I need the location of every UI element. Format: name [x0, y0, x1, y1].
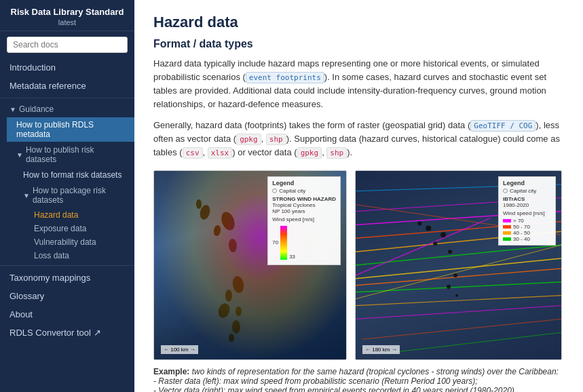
shp-code2: shp — [326, 147, 347, 159]
svg-point-20 — [417, 221, 421, 225]
raster-legend-city: ⬡ Capital city — [272, 188, 336, 194]
raster-legend-colorbar-row: 70 33 — [272, 224, 336, 262]
raster-legend: Legend ⬡ Capital city STRONG WIND HAZARD… — [267, 176, 341, 265]
nav-divider-2 — [0, 265, 134, 266]
svg-line-11 — [356, 306, 561, 319]
nav-divider-1 — [0, 98, 134, 98]
site-subtitle: latest — [8, 18, 126, 26]
raster-legend-max: 70 — [272, 239, 278, 246]
caret-package-icon: ▼ — [23, 192, 30, 199]
guidance-label: Guidance — [19, 104, 54, 114]
raster-legend-title: Legend — [272, 180, 336, 187]
svg-point-17 — [433, 241, 437, 246]
sidebar: Risk Data Library Standard latest Introd… — [0, 0, 134, 392]
vector-legend-wind: Wind speed [m/s] — [503, 210, 551, 216]
sidebar-item-vulnerability-data[interactable]: Vulnerability data — [24, 235, 134, 249]
svg-point-23 — [455, 294, 458, 297]
svg-line-13 — [356, 218, 491, 275]
svg-point-22 — [447, 285, 451, 289]
sidebar-item-glossary[interactable]: Glossary — [0, 287, 134, 305]
sidebar-item-metadata-reference[interactable]: Metadata reference — [0, 77, 134, 95]
sidebar-item-hazard-data[interactable]: Hazard data — [24, 208, 134, 222]
figure-caption: Example: two kinds of representation for… — [153, 367, 564, 392]
sidebar-item-rdls-convertor[interactable]: RDLS Convertor tool ↗ — [0, 324, 134, 342]
publish-risk-subnav: How to format risk datasets ▼ How to pac… — [7, 168, 134, 262]
svg-point-18 — [448, 250, 452, 254]
swatch-2 — [503, 225, 511, 229]
raster-legend-min: 33 — [289, 226, 295, 260]
sidebar-item-introduction[interactable]: Introduction — [0, 58, 134, 77]
paragraph-2: Generally, hazard data (footprints) take… — [153, 119, 564, 159]
sidebar-section-guidance[interactable]: ▼ Guidance — [0, 101, 134, 117]
swatch-1 — [503, 219, 511, 222]
sidebar-item-publish-rdls[interactable]: How to publish RDLS metadata — [7, 117, 134, 142]
svg-line-8 — [356, 269, 561, 286]
svg-point-16 — [440, 232, 446, 237]
vector-legend-row2: 50 - 70 — [503, 224, 551, 230]
svg-line-14 — [356, 245, 561, 298]
package-risk-subnav: Hazard data Exposure data Vulnerability … — [14, 208, 134, 262]
gpkg-code: gpkg — [236, 134, 261, 145]
vector-scale-bar: ← 180 km → — [362, 345, 400, 354]
vector-legend-city: ⬡ Capital city — [503, 188, 551, 194]
svg-point-19 — [426, 225, 431, 231]
swatch-3 — [503, 231, 511, 235]
sidebar-header: Risk Data Library Standard latest — [0, 0, 134, 31]
package-risk-label: How to package risk datasets — [33, 186, 125, 205]
xlsx-code: xlsx — [208, 147, 233, 159]
raster-legend-wind: Wind speed [m/s] — [272, 216, 336, 222]
sidebar-section-publish-risk[interactable]: ▼ How to publish risk datasets — [7, 142, 134, 168]
svg-line-15 — [390, 332, 561, 353]
shp-code: shp — [266, 134, 286, 145]
caret-risk-icon: ▼ — [16, 151, 23, 159]
csv-code: csv — [183, 147, 203, 159]
geotiff-code: GeoTIFF / COG — [470, 120, 535, 132]
vector-legend-period: 1980-2020 — [503, 202, 551, 208]
event-footprints-code: event footprints — [246, 72, 324, 83]
publish-risk-label: How to publish risk datasets — [26, 145, 125, 164]
vector-legend-row3: 40 - 50 — [503, 230, 551, 236]
raster-legend-sub2: NP 100 years — [272, 208, 336, 214]
svg-line-10 — [356, 296, 561, 306]
raster-legend-sub: Tropical Cyclones — [272, 202, 336, 208]
page-title: Hazard data — [153, 14, 564, 31]
section1-title: Format / data types — [153, 38, 564, 50]
raster-scale-bar: ← 100 km → — [161, 345, 198, 354]
raster-legend-hazard: STRONG WIND HAZARD — [272, 196, 336, 202]
vector-legend-source: IBTrACS — [503, 196, 551, 202]
vector-legend-title: Legend — [503, 180, 551, 187]
raster-map: Legend ⬡ Capital city STRONG WIND HAZARD… — [153, 170, 347, 360]
guidance-subnav: How to publish RDLS metadata ▼ How to pu… — [0, 117, 134, 262]
swatch-4 — [503, 237, 511, 241]
caret-guidance-icon: ▼ — [10, 106, 16, 113]
sidebar-item-exposure-data[interactable]: Exposure data — [24, 222, 134, 235]
search-input[interactable] — [7, 37, 128, 53]
sidebar-item-taxonomy-mappings[interactable]: Taxonomy mappings — [0, 269, 134, 287]
sidebar-item-about[interactable]: About — [0, 305, 134, 324]
maps-row: Legend ⬡ Capital city STRONG WIND HAZARD… — [153, 170, 564, 360]
svg-line-5 — [356, 258, 561, 279]
vector-map: Legend ⬡ Capital city IBTrACS 1980-2020 … — [355, 170, 562, 360]
sidebar-item-format-risk[interactable]: How to format risk datasets — [14, 168, 134, 182]
gpkg-code2: gpkg — [297, 147, 322, 159]
vector-legend: Legend ⬡ Capital city IBTrACS 1980-2020 … — [498, 176, 556, 246]
vector-legend-row4: 30 - 40 — [503, 236, 551, 242]
main-content: Hazard data Format / data types Hazard d… — [134, 0, 583, 392]
vector-legend-row1: > 70 — [503, 218, 551, 224]
paragraph-1: Hazard data typically include hazard map… — [153, 57, 564, 112]
site-title: Risk Data Library Standard — [8, 7, 126, 17]
svg-point-21 — [453, 273, 457, 277]
sidebar-item-loss-data[interactable]: Loss data — [24, 249, 134, 262]
caption-bold: Example: — [153, 367, 189, 376]
raster-legend-colorbar — [280, 226, 287, 260]
sidebar-search-container — [0, 31, 134, 58]
sidebar-section-package-risk[interactable]: ▼ How to package risk datasets — [14, 182, 134, 208]
